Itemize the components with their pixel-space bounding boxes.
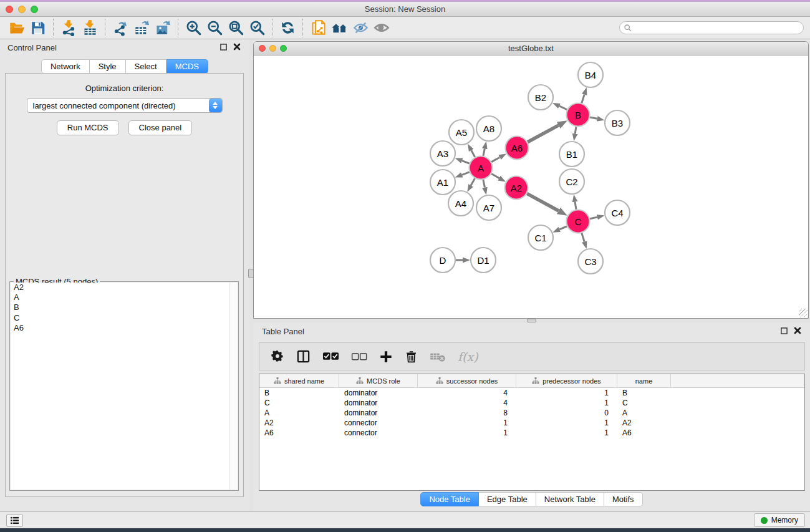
zoom-in-icon[interactable] [183, 19, 204, 37]
mcds-panel: Optimization criterion: largest connecte… [5, 73, 244, 497]
memory-status-icon [761, 517, 768, 524]
import-network-icon[interactable] [58, 19, 79, 37]
criterion-select[interactable]: largest connected component (directed) [27, 98, 223, 113]
graph-edge-A-A2[interactable] [491, 174, 499, 178]
cell-successor-nodes: 4 [418, 398, 516, 408]
graph-edge-C-C2[interactable] [575, 202, 576, 210]
memory-button[interactable]: Memory [754, 513, 805, 527]
result-item[interactable]: A [11, 293, 238, 302]
column-header-successor-nodes[interactable]: successor nodes [418, 374, 516, 387]
mcds-result-list[interactable]: A2ABCA6 [11, 283, 238, 490]
graph-node-label: B2 [535, 92, 546, 103]
network-file-icon[interactable] [307, 19, 329, 37]
network-canvas[interactable]: B4B2BB3A5A8A6A3B1AA1C2A2A4A7C4CC1C3DD1 [254, 56, 808, 318]
delete-column-trash-icon[interactable] [405, 350, 418, 364]
function-builder-icon[interactable]: f(x) [458, 350, 478, 364]
main-titlebar[interactable]: Session: New Session [0, 2, 810, 17]
tab-network-table[interactable]: Network Table [536, 492, 604, 506]
column-header-mcds-role[interactable]: MCDS role [339, 374, 418, 387]
tab-style[interactable]: Style [90, 59, 126, 74]
graph-edge-A-A4[interactable] [471, 178, 475, 185]
graph-edge-A-A8[interactable] [483, 148, 485, 156]
graph-edge-C-C3[interactable] [582, 233, 584, 242]
graph-edge-A-A6[interactable] [491, 157, 499, 162]
main-toolbar [0, 17, 810, 39]
table-row[interactable]: Cdominator41C [259, 398, 804, 408]
tab-mcds[interactable]: MCDS [166, 59, 208, 74]
tab-edge-table[interactable]: Edge Table [479, 492, 536, 506]
graph-edge-A6-B[interactable] [528, 125, 559, 142]
graph-node-label: B4 [585, 70, 596, 80]
graph-node-label: D [440, 255, 446, 266]
graph-edge-C-C1[interactable] [559, 226, 567, 230]
node-table: shared nameMCDS rolesuccessor nodesprede… [259, 374, 805, 491]
graph-edge-B-B1[interactable] [575, 127, 576, 133]
result-item[interactable]: A2 [11, 283, 238, 293]
graph-node-label: A2 [511, 183, 522, 193]
home-icon[interactable] [329, 19, 350, 37]
control-panel-title: Control Panel [7, 43, 57, 52]
column-header-shared-name[interactable]: shared name [259, 374, 339, 387]
eye-icon[interactable] [371, 19, 392, 37]
export-table-icon[interactable] [131, 19, 152, 37]
close-panel-icon[interactable] [233, 43, 241, 51]
network-window-titlebar[interactable]: testGlobe.txt [254, 42, 808, 56]
add-column-icon[interactable] [379, 350, 393, 364]
float-panel-icon[interactable] [781, 327, 788, 334]
cell-mcds-role: dominator [339, 408, 418, 418]
zoom-selected-icon[interactable] [246, 19, 268, 37]
resize-grip-icon[interactable] [799, 309, 808, 317]
column-header-name[interactable]: name [617, 374, 671, 387]
close-panel-icon[interactable] [794, 327, 801, 334]
table-row[interactable]: Bdominator41B [259, 388, 804, 398]
table-row[interactable]: A6connector11A6 [259, 428, 804, 438]
result-item[interactable]: B [11, 302, 238, 312]
settings-gear-icon[interactable] [271, 350, 284, 363]
export-image-icon[interactable] [152, 19, 173, 37]
column-header-predecessor-nodes[interactable]: predecessor nodes [516, 374, 617, 387]
select-all-columns-icon[interactable] [322, 352, 339, 361]
splitter-grip[interactable] [527, 319, 536, 322]
tab-motifs[interactable]: Motifs [604, 492, 643, 506]
graph-edge-A-A3[interactable] [462, 161, 470, 163]
horizontal-splitter[interactable] [253, 319, 810, 323]
scrollbar-track[interactable] [229, 283, 238, 490]
task-history-button[interactable] [6, 514, 23, 527]
run-mcds-button[interactable]: Run MCDS [57, 120, 119, 135]
graph-edge-B-B2[interactable] [559, 106, 567, 110]
graph-node-label: C3 [584, 256, 596, 267]
import-table-icon[interactable] [79, 19, 100, 37]
graph-edge-A2-C[interactable] [527, 193, 559, 211]
zoom-fit-icon[interactable] [225, 19, 246, 37]
graph-edge-B-B3[interactable] [590, 117, 597, 118]
graph-edge-A-A7[interactable] [483, 180, 485, 188]
table-row[interactable]: A2connector11A2 [259, 418, 804, 428]
graph-edge-A-A5[interactable] [471, 150, 475, 157]
search-field[interactable] [619, 21, 804, 34]
cell-name: A6 [617, 428, 671, 438]
result-item[interactable]: C [11, 313, 238, 323]
cell-shared-name: C [259, 398, 339, 408]
graph-edge-B-B4[interactable] [582, 94, 584, 103]
hierarchy-icon [532, 377, 539, 384]
zoom-out-icon[interactable] [204, 19, 225, 37]
tab-node-table[interactable]: Node Table [420, 492, 479, 506]
deselect-all-columns-icon[interactable] [351, 352, 367, 361]
network-graph[interactable]: B4B2BB3A5A8A6A3B1AA1C2A2A4A7C4CC1C3DD1 [254, 56, 808, 318]
hide-graphics-icon[interactable] [350, 19, 371, 37]
save-session-icon[interactable] [27, 19, 49, 37]
export-network-icon[interactable] [110, 19, 131, 37]
graph-edge-C-C4[interactable] [590, 217, 597, 219]
refresh-icon[interactable] [277, 19, 298, 37]
result-item[interactable]: A6 [11, 323, 238, 333]
split-columns-icon[interactable] [296, 349, 311, 364]
graph-edge-A-A1[interactable] [462, 172, 470, 175]
delete-table-icon[interactable] [430, 351, 446, 362]
close-panel-button[interactable]: Close panel [128, 120, 193, 135]
tab-network[interactable]: Network [41, 59, 90, 74]
table-row[interactable]: Adominator80A [259, 408, 804, 418]
float-panel-icon[interactable] [220, 44, 227, 51]
search-input[interactable] [632, 23, 803, 33]
tab-select[interactable]: Select [126, 59, 166, 74]
open-session-icon[interactable] [6, 19, 27, 37]
